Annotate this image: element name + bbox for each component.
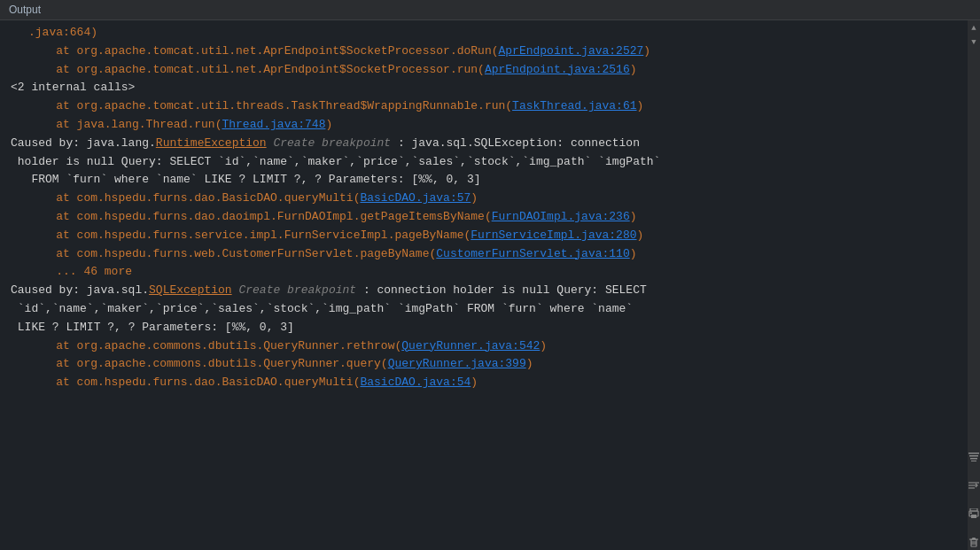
link-basicdao-57[interactable]: BasicDAO.java:57 xyxy=(360,191,471,205)
stack-line-5: at java.lang.Thread.run(Thread.java:748) xyxy=(0,116,968,135)
internal-calls-badge[interactable]: <2 internal calls> xyxy=(11,81,135,94)
link-queryrunner-rethrow[interactable]: QueryRunner.java:542 xyxy=(401,339,540,352)
link-customerFurnServlet[interactable]: CustomerFurnServlet.java:110 xyxy=(436,247,629,260)
link-thread[interactable]: Thread.java:748 xyxy=(222,118,325,131)
link-furnServiceImpl[interactable]: FurnServiceImpl.java:280 xyxy=(471,229,636,242)
filter-icon[interactable] xyxy=(968,451,980,463)
stack-line-2: at org.apache.tomcat.util.net.AprEndpoin… xyxy=(0,43,968,61)
stack-line-1: .java:664) xyxy=(0,24,968,43)
link-taskthread[interactable]: TaskThread.java:61 xyxy=(512,99,636,112)
stack-line-7: at com.hspedu.furns.dao.daoimpl.FurnDAOI… xyxy=(0,208,968,227)
create-bp-runtime[interactable]: Create breakpoint xyxy=(273,136,391,150)
cause-sqlexception: Caused by: java.sql.SQLException Create … xyxy=(0,282,968,337)
scrollbar-panel: ▲ ▼ xyxy=(968,20,980,550)
stack-line-3: at org.apache.tomcat.util.net.AprEndpoin… xyxy=(0,61,968,80)
console-area[interactable]: .java:664) at org.apache.tomcat.util.net… xyxy=(0,20,968,550)
stack-line-11: at org.apache.commons.dbutils.QueryRunne… xyxy=(0,355,968,374)
cause-runtimeexception: Caused by: java.lang.RuntimeException Cr… xyxy=(0,135,968,190)
print-icon[interactable] xyxy=(968,507,980,520)
link-basicdao-54[interactable]: BasicDAO.java:54 xyxy=(360,376,471,389)
stack-line-4: at org.apache.tomcat.util.threads.TaskTh… xyxy=(0,97,968,116)
scroll-down-button[interactable]: ▼ xyxy=(968,36,980,49)
link-furnDAOImpl[interactable]: FurnDAOImpl.java:236 xyxy=(492,210,630,223)
svg-rect-9 xyxy=(971,515,976,518)
stack-line-10: at org.apache.commons.dbutils.QueryRunne… xyxy=(0,337,968,356)
svg-rect-3 xyxy=(971,461,976,461)
output-header: Output xyxy=(0,0,980,20)
more-line: ... 46 more xyxy=(0,263,968,282)
trash-icon[interactable] xyxy=(968,536,980,548)
svg-rect-0 xyxy=(968,453,979,454)
exception-sqlexception[interactable]: SQLException xyxy=(149,283,232,297)
stack-line-12: at com.hspedu.furns.dao.BasicDAO.queryMu… xyxy=(0,374,968,392)
create-bp-sql[interactable]: Create breakpoint xyxy=(238,283,356,297)
main-area: .java:664) at org.apache.tomcat.util.net… xyxy=(0,20,980,550)
action-icons xyxy=(968,451,980,548)
link-aprendpoint-run[interactable]: AprEndpoint.java:2516 xyxy=(485,63,630,76)
svg-rect-10 xyxy=(970,513,972,515)
stack-line-9: at com.hspedu.furns.web.CustomerFurnServ… xyxy=(0,245,968,264)
exception-runtimeexception[interactable]: RuntimeException xyxy=(156,136,267,150)
link-aprendpoint-dorun[interactable]: AprEndpoint.java:2527 xyxy=(499,44,644,58)
output-title: Output xyxy=(9,4,41,16)
stack-line-6: at com.hspedu.furns.dao.BasicDAO.queryMu… xyxy=(0,190,968,208)
link-queryrunner-query[interactable]: QueryRunner.java:399 xyxy=(388,357,526,370)
svg-rect-1 xyxy=(969,455,978,457)
internal-calls-wrapper: <2 internal calls> xyxy=(0,79,968,97)
scroll-up-button[interactable]: ▲ xyxy=(968,22,980,35)
svg-rect-2 xyxy=(970,458,977,460)
wrap-icon[interactable] xyxy=(968,479,980,492)
stack-line-8: at com.hspedu.furns.service.impl.FurnSer… xyxy=(0,227,968,245)
